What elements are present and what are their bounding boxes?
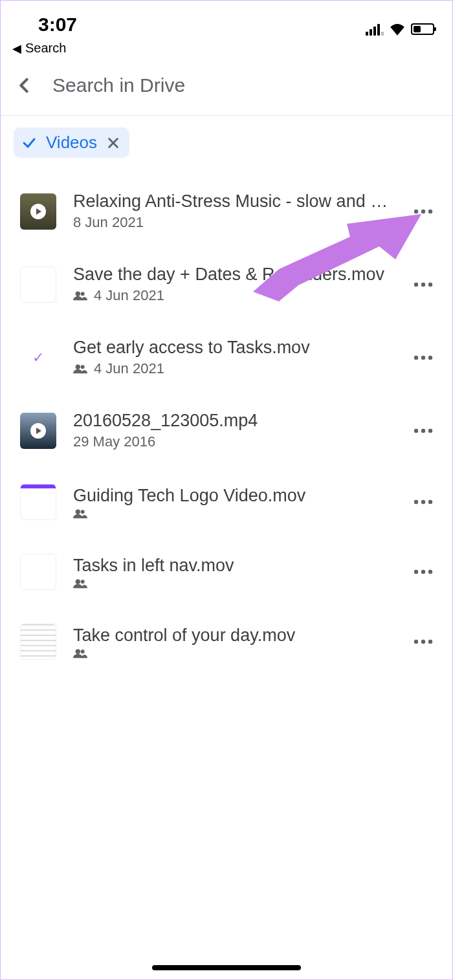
svg-point-11: [421, 355, 425, 359]
shared-icon: [73, 648, 87, 659]
file-title: Relaxing Anti-Stress Music - slow and p.…: [73, 191, 392, 212]
svg-point-2: [428, 209, 432, 213]
file-subtitle: 4 Jun 2021: [73, 287, 392, 304]
svg-point-20: [428, 500, 432, 504]
svg-point-23: [414, 570, 418, 574]
svg-point-30: [428, 640, 432, 644]
back-arrow-icon[interactable]: [15, 74, 33, 97]
file-title: Guiding Tech Logo Video.mov: [73, 486, 392, 506]
home-indicator[interactable]: [152, 965, 301, 970]
file-list: Relaxing Anti-Stress Music - slow and p.…: [1, 163, 452, 677]
file-row[interactable]: Get early access to Tasks.mov4 Jun 2021: [1, 321, 452, 394]
svg-point-9: [81, 365, 85, 369]
svg-point-8: [76, 365, 80, 369]
file-title: 20160528_123005.mp4: [73, 411, 392, 431]
shared-icon: [73, 364, 87, 374]
file-title: Save the day + Dates & Reminders.mov: [73, 265, 392, 285]
svg-point-12: [428, 355, 432, 359]
file-subtitle: 29 May 2016: [73, 433, 392, 450]
file-title: Get early access to Tasks.mov: [73, 338, 392, 358]
svg-point-17: [81, 510, 85, 514]
file-date: 8 Jun 2021: [73, 214, 144, 231]
svg-point-15: [428, 428, 432, 432]
file-row[interactable]: 20160528_123005.mp429 May 2016: [1, 394, 452, 467]
file-subtitle: [73, 508, 392, 519]
more-menu-button[interactable]: [408, 277, 438, 292]
search-input[interactable]: Search in Drive: [52, 74, 185, 96]
file-meta: Get early access to Tasks.mov4 Jun 2021: [73, 338, 392, 377]
svg-point-10: [414, 355, 418, 359]
more-menu-button[interactable]: [408, 634, 438, 649]
file-meta: Tasks in left nav.mov: [73, 556, 392, 589]
breadcrumb-label: Search: [25, 41, 66, 56]
status-icons-group: [366, 23, 434, 36]
battery-icon: [411, 23, 434, 35]
filter-chip-videos[interactable]: Videos: [14, 127, 129, 158]
svg-point-7: [428, 282, 432, 286]
file-date: 4 Jun 2021: [94, 360, 164, 377]
file-date: 29 May 2016: [73, 433, 155, 450]
file-meta: Save the day + Dates & Reminders.mov4 Ju…: [73, 265, 392, 304]
file-meta: 20160528_123005.mp429 May 2016: [73, 411, 392, 450]
filter-chips-row: Videos: [1, 116, 452, 163]
more-menu-button[interactable]: [408, 564, 438, 580]
svg-point-0: [414, 209, 418, 213]
svg-point-29: [421, 640, 425, 644]
svg-point-27: [81, 649, 85, 653]
play-icon: [30, 204, 46, 219]
svg-point-26: [76, 649, 80, 653]
shared-icon: [73, 290, 87, 301]
filter-chip-label: Videos: [46, 133, 97, 153]
svg-point-1: [421, 209, 425, 213]
more-menu-button[interactable]: [408, 350, 438, 365]
file-meta: Relaxing Anti-Stress Music - slow and p.…: [73, 191, 392, 231]
file-thumbnail: [20, 413, 56, 449]
file-row[interactable]: Relaxing Anti-Stress Music - slow and p.…: [1, 175, 452, 248]
more-menu-button[interactable]: [408, 204, 438, 219]
shared-icon: [73, 578, 87, 589]
file-meta: Guiding Tech Logo Video.mov: [73, 486, 392, 519]
svg-point-5: [414, 282, 418, 286]
svg-point-14: [421, 428, 425, 432]
file-thumbnail: [20, 624, 56, 660]
file-thumbnail: [20, 484, 56, 520]
svg-point-24: [421, 570, 425, 574]
file-meta: Take control of your day.mov: [73, 626, 392, 659]
more-menu-button[interactable]: [408, 423, 438, 439]
file-thumbnail: [20, 554, 56, 590]
file-subtitle: 8 Jun 2021: [73, 214, 392, 231]
svg-point-6: [421, 282, 425, 286]
status-time: 3:07: [38, 14, 77, 36]
file-title: Tasks in left nav.mov: [73, 556, 392, 576]
svg-point-13: [414, 428, 418, 432]
file-row[interactable]: Guiding Tech Logo Video.mov: [1, 467, 452, 537]
close-icon[interactable]: [106, 136, 120, 150]
file-row[interactable]: Tasks in left nav.mov: [1, 537, 452, 607]
svg-point-18: [414, 500, 418, 504]
status-bar: 3:07: [1, 1, 452, 38]
play-icon: [30, 423, 46, 439]
wifi-icon: [389, 23, 406, 36]
more-menu-button[interactable]: [408, 494, 438, 510]
file-thumbnail: [20, 267, 56, 303]
svg-point-25: [428, 570, 432, 574]
check-icon: [21, 135, 37, 151]
svg-point-3: [76, 292, 80, 296]
svg-point-4: [81, 292, 85, 296]
file-title: Take control of your day.mov: [73, 626, 392, 646]
file-row[interactable]: Take control of your day.mov: [1, 607, 452, 677]
file-thumbnail: [20, 193, 56, 230]
svg-point-16: [76, 509, 80, 514]
file-date: 4 Jun 2021: [94, 287, 164, 304]
svg-point-19: [421, 500, 425, 504]
back-to-app-breadcrumb[interactable]: ◀ Search: [1, 38, 452, 56]
file-row[interactable]: Save the day + Dates & Reminders.mov4 Ju…: [1, 248, 452, 321]
shared-icon: [73, 508, 87, 519]
svg-point-21: [76, 579, 80, 583]
file-subtitle: [73, 578, 392, 589]
search-header: Search in Drive: [1, 56, 452, 116]
svg-point-22: [81, 580, 85, 583]
file-thumbnail: [20, 340, 56, 376]
back-caret-icon: ◀: [12, 41, 21, 56]
svg-point-28: [414, 640, 418, 644]
